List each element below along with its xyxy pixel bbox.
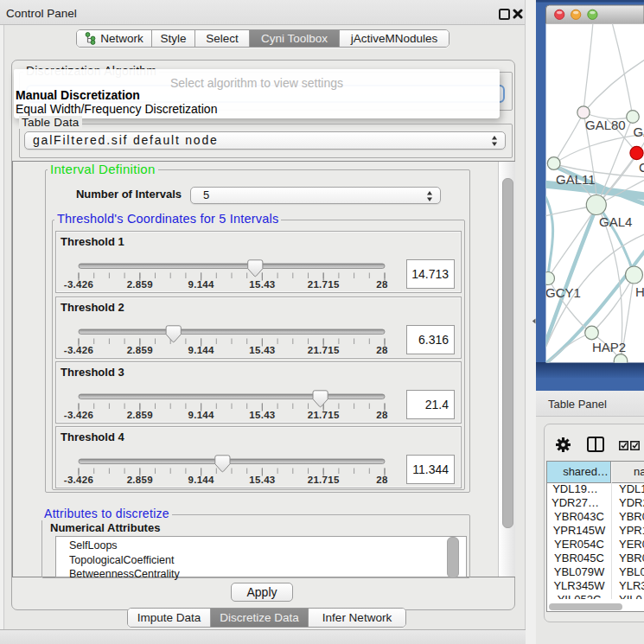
svg-text:15.43: 15.43	[249, 410, 275, 420]
svg-text:GAL4: GAL4	[599, 214, 632, 229]
svg-text:28: 28	[376, 345, 388, 355]
svg-text:2.859: 2.859	[127, 475, 153, 485]
svg-text:9.144: 9.144	[188, 410, 214, 420]
svg-text:15.43: 15.43	[249, 475, 275, 485]
svg-text:28: 28	[376, 475, 388, 485]
svg-text:15.43: 15.43	[249, 345, 275, 355]
svg-text:2.859: 2.859	[127, 410, 153, 420]
svg-text:GAL11: GAL11	[556, 172, 596, 187]
svg-text:15.43: 15.43	[249, 279, 275, 290]
svg-text:HI: HI	[635, 284, 644, 299]
svg-text:-3.426: -3.426	[64, 279, 93, 290]
svg-text:9.144: 9.144	[188, 345, 214, 355]
svg-text:21.715: 21.715	[308, 279, 340, 290]
svg-text:21.715: 21.715	[308, 475, 340, 485]
svg-text:21.715: 21.715	[308, 410, 340, 420]
svg-text:21.715: 21.715	[308, 345, 340, 355]
svg-text:CA: CA	[639, 160, 644, 175]
svg-text:-3.426: -3.426	[64, 410, 93, 420]
svg-text:9.144: 9.144	[188, 279, 214, 290]
svg-text:HAP2: HAP2	[592, 340, 626, 354]
svg-text:28: 28	[376, 279, 388, 290]
svg-text:2.859: 2.859	[127, 279, 153, 290]
svg-text:GAL80: GAL80	[585, 118, 626, 132]
svg-text:GCY1: GCY1	[545, 285, 581, 300]
svg-text:9.144: 9.144	[188, 475, 214, 485]
svg-text:GA: GA	[634, 124, 644, 139]
svg-text:-3.426: -3.426	[64, 475, 93, 485]
svg-text:-3.426: -3.426	[64, 345, 93, 355]
svg-text:2.859: 2.859	[127, 345, 153, 355]
svg-text:28: 28	[376, 410, 388, 420]
